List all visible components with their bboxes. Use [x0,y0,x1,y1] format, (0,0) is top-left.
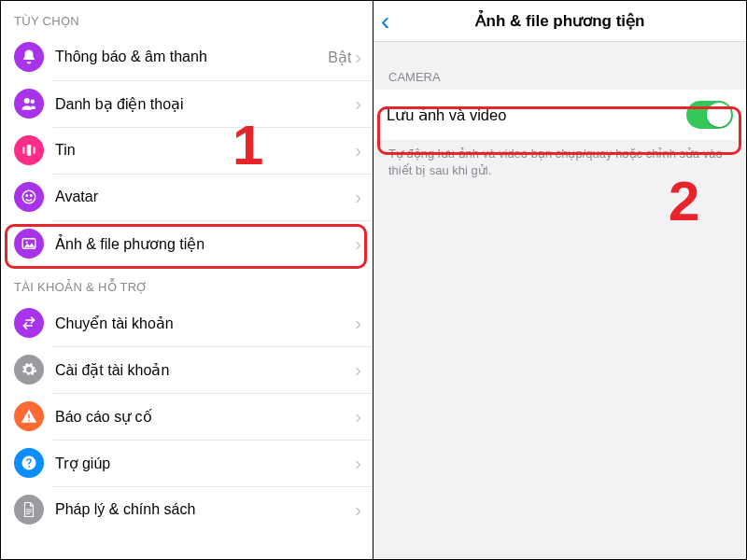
chevron-right-icon: › [355,360,361,379]
camera-section-header: CAMERA [374,42,746,90]
row-label: Cài đặt tài khoản [55,361,355,379]
nav-title: Ảnh & file phương tiện [374,11,746,31]
row-contacts[interactable]: Danh bạ điện thoại › [1,80,373,127]
row-value: Bật [328,49,351,66]
svg-point-7 [31,195,33,197]
row-label: Danh bạ điện thoại [55,95,355,113]
row-photos-media[interactable]: Ảnh & file phương tiện › [1,220,373,267]
row-label: Trợ giúp [55,455,355,472]
row-label: Tin [55,142,355,159]
image-icon [14,229,44,259]
setting-label: Lưu ảnh và video [387,106,686,124]
doc-icon [14,495,44,525]
row-label: Thông báo & âm thanh [55,49,328,65]
row-story[interactable]: Tin › [1,127,373,174]
chevron-right-icon: › [355,234,361,253]
row-report-problem[interactable]: Báo cáo sự cố › [1,393,373,440]
row-switch-account[interactable]: Chuyển tài khoản › [1,300,373,346]
section-account-header: TÀI KHOẢN & HỖ TRỢ [1,267,373,300]
alert-icon [14,401,44,431]
photos-media-pane: ‹ Ảnh & file phương tiện CAMERA Lưu ảnh … [374,1,746,559]
settings-list-pane: TÙY CHỌN Thông báo & âm thanh Bật › Danh… [1,1,374,559]
svg-point-1 [31,100,35,105]
row-help[interactable]: Trợ giúp › [1,440,373,486]
bell-icon [14,42,44,72]
svg-point-9 [26,241,28,243]
chevron-right-icon: › [355,500,361,519]
smile-icon [14,182,44,212]
setting-description: Tự động lưu ảnh và video bạn chụp/quay h… [374,140,746,184]
chevron-right-icon: › [355,407,361,426]
svg-rect-2 [27,145,32,156]
chevron-right-icon: › [355,454,361,472]
save-toggle[interactable] [686,101,733,129]
row-account-settings[interactable]: Cài đặt tài khoản › [1,346,373,393]
svg-rect-4 [34,147,35,154]
svg-point-5 [22,190,35,203]
chevron-right-icon: › [355,314,361,332]
row-notifications[interactable]: Thông báo & âm thanh Bật › [1,34,373,80]
people-icon [14,89,44,119]
row-label: Avatar [55,189,355,205]
back-button[interactable]: ‹ [381,8,389,35]
save-photos-videos-row[interactable]: Lưu ảnh và video [374,90,746,140]
nav-bar: ‹ Ảnh & file phương tiện [374,1,746,42]
help-icon [14,448,44,478]
chevron-right-icon: › [355,94,361,113]
switch-icon [14,308,44,338]
row-label: Báo cáo sự cố [55,408,355,426]
chevron-right-icon: › [355,141,361,160]
section-options-header: TÙY CHỌN [1,1,373,34]
chevron-right-icon: › [355,188,361,206]
chevron-right-icon: › [355,48,361,66]
gear-icon [14,355,44,385]
svg-point-0 [24,98,30,104]
svg-rect-3 [22,147,24,154]
svg-point-6 [26,195,28,197]
row-label: Ảnh & file phương tiện [55,235,355,253]
row-avatar[interactable]: Avatar › [1,174,373,220]
panel-icon [14,135,44,165]
row-label: Pháp lý & chính sách [55,501,355,518]
row-label: Chuyển tài khoản [55,315,355,332]
row-legal[interactable]: Pháp lý & chính sách › [1,486,373,533]
